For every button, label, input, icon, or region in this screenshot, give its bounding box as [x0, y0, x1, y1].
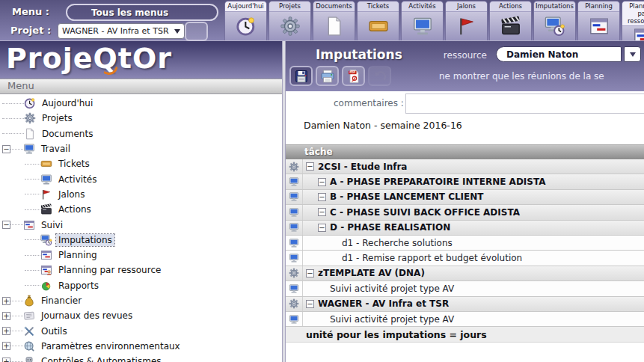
sidebar-item-financier[interactable]: +Financier	[0, 293, 282, 308]
resource-select[interactable]: Damien Naton	[496, 46, 622, 62]
table-row[interactable]: −A - PHASE PREPARATOIRE INTERNE ADISTA	[286, 174, 644, 189]
sidebar-item-activites[interactable]: Activités	[0, 171, 282, 186]
save-button[interactable]	[289, 66, 313, 86]
sidebar-item-label: Financier	[39, 295, 84, 307]
expand-box-icon[interactable]: +	[2, 342, 10, 350]
monitor-icon	[289, 253, 299, 263]
task-label: Suivi activité projet type AV	[330, 283, 454, 294]
task-icon-cell	[286, 312, 303, 326]
sidebar-item-projets[interactable]: Projets	[0, 111, 282, 126]
tree-line	[2, 103, 11, 104]
task-icon-cell	[286, 221, 303, 235]
tree-indent	[2, 187, 25, 202]
comments-input[interactable]	[405, 93, 644, 114]
sidebar-item-rapports[interactable]: Rapports	[0, 278, 282, 293]
table-footer: unité pour les imputations = jours	[286, 327, 644, 343]
menu-select[interactable]: Tous les menus	[66, 4, 218, 21]
table-row[interactable]: −D - PHASE REALISATION	[286, 221, 644, 236]
tab-tickets[interactable]: Tickets	[357, 1, 399, 40]
task-cell: d1 - Remise rapport et budget évolution	[303, 251, 644, 265]
tree-line	[10, 346, 23, 346]
task-cell: d1 - Recherche solutions	[303, 236, 644, 250]
undo-icon	[372, 69, 387, 84]
table-row[interactable]: −B - PHASE LANCEMENT CLIENT	[286, 190, 644, 205]
sidebar-item-documents[interactable]: Documents	[0, 126, 282, 141]
tree-line	[25, 270, 34, 271]
print-button[interactable]	[316, 66, 339, 86]
table-row[interactable]: Suivi activité projet type AV	[286, 312, 644, 327]
table-row[interactable]: Suivi activité projet type AV	[286, 281, 644, 296]
collapse-box-icon[interactable]: −	[306, 269, 314, 277]
collapse-box-icon[interactable]: −	[306, 300, 314, 308]
robot-icon	[23, 355, 35, 362]
tab-label: Planning	[578, 1, 619, 12]
gantt-icon	[23, 219, 35, 231]
tab-planning[interactable]: Planning	[577, 1, 620, 40]
expand-box-icon[interactable]: +	[2, 327, 10, 335]
monitor-icon	[412, 16, 433, 37]
table-row[interactable]: −zTEMPLATE AV (DNA)	[286, 266, 644, 281]
sidebar-item-tickets[interactable]: Tickets	[0, 156, 282, 171]
monitor-icon	[289, 283, 299, 294]
sidebar-item-label: Tickets	[56, 158, 92, 170]
collapse-box-icon[interactable]: −	[318, 193, 326, 201]
collapse-box-icon[interactable]: −	[2, 145, 10, 153]
sidebar-item-label: Suivi	[39, 219, 65, 231]
tab-activites[interactable]: Activités	[401, 1, 444, 40]
edit-project-button[interactable]	[185, 22, 208, 41]
tab-planning-par-ressource[interactable]: Planning par ressource	[622, 1, 644, 40]
sidebar-item-label: Activités	[56, 174, 99, 185]
sidebar-item-label: Planning	[56, 249, 99, 261]
sidebar-item-suivi[interactable]: −Suivi	[0, 217, 282, 232]
sidebar-item-outils[interactable]: +Outils	[0, 323, 282, 338]
document-icon	[24, 128, 36, 140]
tree-line	[25, 179, 34, 180]
expand-box-icon[interactable]: +	[2, 358, 10, 362]
collapse-box-icon[interactable]: −	[2, 221, 10, 229]
help-button[interactable]	[261, 57, 278, 74]
sidebar-item-actions[interactable]: Actions	[0, 202, 282, 217]
tab-projets[interactable]: Projets	[269, 1, 311, 40]
monitor-clock-icon	[40, 234, 52, 246]
tab-icon-area	[225, 12, 266, 40]
sidebar-item-controles-automatismes[interactable]: +Contrôles & Automatismes	[0, 354, 282, 362]
table-row[interactable]: d1 - Recherche solutions	[286, 236, 644, 251]
clapperboard-icon	[40, 203, 52, 215]
collapse-box-icon[interactable]: −	[318, 178, 326, 186]
tree-line	[25, 194, 34, 194]
sidebar-item-jalons[interactable]: Jalons	[0, 187, 282, 202]
sidebar-item-label: Travail	[39, 143, 73, 155]
table-row[interactable]: −C - PHASE SUIVI BACK OFFICE ADISTA	[286, 205, 644, 220]
tab-jalons[interactable]: Jalons	[445, 1, 488, 40]
tree-line	[25, 255, 34, 256]
tab-imputations[interactable]: Imputations	[533, 1, 576, 40]
collapse-box-icon[interactable]: −	[306, 162, 314, 171]
table-row[interactable]: −2CSI - Etude Infra	[286, 159, 644, 174]
tab-aujourd-hui[interactable]: Aujourd'hui	[224, 1, 267, 40]
sidebar-item-imputations[interactable]: Imputations	[0, 233, 282, 248]
project-select[interactable]: WAGNER - AV Infra et TSR	[58, 23, 185, 39]
tab-documents[interactable]: Documents	[313, 1, 355, 40]
sidebar-item-planning[interactable]: Planning	[0, 248, 282, 263]
table-row[interactable]: −WAGNER - AV Infra et TSR	[286, 297, 644, 312]
sidebar-item-travail[interactable]: −Travail	[0, 141, 282, 156]
expand-box-icon[interactable]: +	[2, 312, 10, 320]
sidebar-item-parametres-environnementaux[interactable]: +Paramètres environnementaux	[0, 339, 282, 354]
sidebar-item-journaux-des-revues[interactable]: +Journaux des revues	[0, 308, 282, 323]
pdf-icon: PDF	[346, 69, 361, 84]
monitor-icon	[40, 174, 52, 185]
save-icon	[294, 69, 309, 84]
task-cell: −C - PHASE SUIVI BACK OFFICE ADISTA	[303, 205, 644, 219]
collapse-box-icon[interactable]: −	[318, 224, 326, 232]
expand-box-icon[interactable]: +	[2, 297, 10, 305]
collapse-box-icon[interactable]: −	[318, 208, 326, 216]
sidebar-item-aujourd-hui[interactable]: Aujourd'hui	[0, 96, 282, 111]
monitor-icon	[289, 238, 299, 248]
sidebar-item-planning-par-ressource[interactable]: Planning par ressource	[0, 263, 282, 277]
task-cell: Suivi activité projet type AV	[303, 281, 644, 295]
resource-dropdown-button[interactable]	[624, 46, 641, 62]
tab-icon-area	[490, 12, 531, 40]
export-pdf-button[interactable]: PDF	[342, 66, 365, 86]
table-row[interactable]: d1 - Remise rapport et budget évolution	[286, 251, 644, 266]
tab-actions[interactable]: Actions	[489, 1, 532, 40]
